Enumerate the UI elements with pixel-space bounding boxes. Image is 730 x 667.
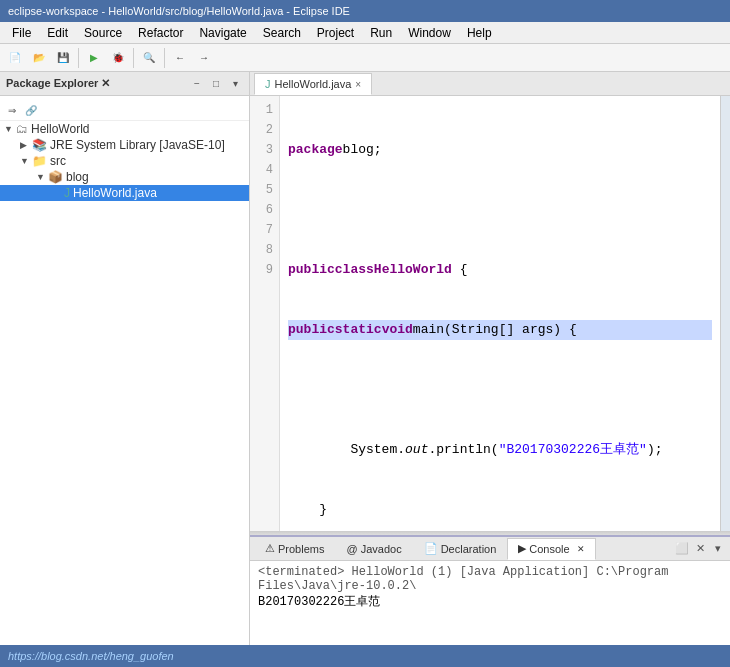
tree-blog[interactable]: ▼ 📦 blog <box>0 169 249 185</box>
menu-window[interactable]: Window <box>400 24 459 42</box>
tree-file[interactable]: J HelloWorld.java <box>0 185 249 201</box>
new-button[interactable]: 📄 <box>4 47 26 69</box>
declaration-label: Declaration <box>441 543 497 555</box>
code-line-1: package blog; <box>288 140 712 160</box>
sidebar-minimize-icon[interactable]: − <box>189 76 205 92</box>
tree-blog-label: blog <box>66 170 89 184</box>
problems-label: Problems <box>278 543 324 555</box>
save-button[interactable]: 💾 <box>52 47 74 69</box>
menu-search[interactable]: Search <box>255 24 309 42</box>
code-editor: 1 2 3 4 5 6 7 8 9 package blog; public c… <box>250 96 730 531</box>
tab-problems[interactable]: ⚠ Problems <box>254 538 335 560</box>
console-close-btn[interactable]: ✕ <box>692 541 708 557</box>
tree-project-label: HelloWorld <box>31 122 89 136</box>
menu-bar: File Edit Source Refactor Navigate Searc… <box>0 22 730 44</box>
tree-project[interactable]: ▼ 🗂 HelloWorld <box>0 121 249 137</box>
content-pane: J HelloWorld.java × 1 2 3 4 5 6 7 8 9 pa… <box>250 72 730 645</box>
code-content[interactable]: package blog; public class HelloWorld { … <box>280 96 720 531</box>
editor-tabs: J HelloWorld.java × <box>250 72 730 96</box>
sidebar: Package Explorer ✕ − □ ▾ ⇒ 🔗 ▼ 🗂 HelloWo… <box>0 72 250 645</box>
bottom-tabs: ⚠ Problems @ Javadoc 📄 Declaration ▶ Con… <box>250 537 730 561</box>
status-url: https://blog.csdn.net/heng_guofen <box>8 650 174 662</box>
toolbar-sep-1 <box>78 48 79 68</box>
status-bar: https://blog.csdn.net/heng_guofen <box>0 645 730 667</box>
sidebar-menu-icon[interactable]: ▾ <box>227 76 243 92</box>
problems-icon: ⚠ <box>265 542 275 555</box>
sidebar-content: ⇒ 🔗 ▼ 🗂 HelloWorld ▶ 📚 JRE System Librar… <box>0 96 249 645</box>
tab-close-icon[interactable]: × <box>355 79 361 90</box>
code-line-3: public class HelloWorld { <box>288 260 712 280</box>
menu-refactor[interactable]: Refactor <box>130 24 191 42</box>
toolbar: 📄 📂 💾 ▶ 🐞 🔍 ← → <box>0 44 730 72</box>
sidebar-collapse-all-icon[interactable]: ⇒ <box>4 102 20 118</box>
menu-edit[interactable]: Edit <box>39 24 76 42</box>
console-label: Console <box>529 543 569 555</box>
title-bar: eclipse-workspace - HelloWorld/src/blog/… <box>0 0 730 22</box>
editor-tab-helloworldjava[interactable]: J HelloWorld.java × <box>254 73 372 95</box>
sidebar-link-icon[interactable]: 🔗 <box>23 102 39 118</box>
console-minimize-icon[interactable]: ⬜ <box>674 541 690 557</box>
menu-project[interactable]: Project <box>309 24 362 42</box>
console-content: <terminated> HelloWorld (1) [Java Applic… <box>250 561 730 645</box>
sidebar-title: Package Explorer ✕ <box>6 77 110 90</box>
main-area: Package Explorer ✕ − □ ▾ ⇒ 🔗 ▼ 🗂 HelloWo… <box>0 72 730 645</box>
search-toolbar-button[interactable]: 🔍 <box>138 47 160 69</box>
menu-run[interactable]: Run <box>362 24 400 42</box>
console-close-icon: ✕ <box>577 544 585 554</box>
bottom-tab-actions: ⬜ ✕ ▾ <box>674 541 726 557</box>
code-line-5 <box>288 380 712 400</box>
toolbar-sep-2 <box>133 48 134 68</box>
console-output-line: B20170302226王卓范 <box>258 593 722 610</box>
tree-file-label: HelloWorld.java <box>73 186 157 200</box>
run-button[interactable]: ▶ <box>83 47 105 69</box>
declaration-icon: 📄 <box>424 542 438 555</box>
console-icon: ▶ <box>518 542 526 555</box>
sidebar-maximize-icon[interactable]: □ <box>208 76 224 92</box>
tree-src-label: src <box>50 154 66 168</box>
line-numbers: 1 2 3 4 5 6 7 8 9 <box>250 96 280 531</box>
menu-help[interactable]: Help <box>459 24 500 42</box>
tree-src[interactable]: ▼ 📁 src <box>0 153 249 169</box>
tab-console[interactable]: ▶ Console ✕ <box>507 538 595 560</box>
tab-declaration[interactable]: 📄 Declaration <box>413 538 508 560</box>
back-button[interactable]: ← <box>169 47 191 69</box>
sidebar-header: Package Explorer ✕ − □ ▾ <box>0 72 249 96</box>
title-text: eclipse-workspace - HelloWorld/src/blog/… <box>8 5 350 17</box>
code-line-6: System.out.println("B20170302226王卓范"); <box>288 440 712 460</box>
toolbar-sep-3 <box>164 48 165 68</box>
forward-button[interactable]: → <box>193 47 215 69</box>
console-terminated-line: <terminated> HelloWorld (1) [Java Applic… <box>258 565 722 593</box>
open-button[interactable]: 📂 <box>28 47 50 69</box>
sidebar-icons: − □ ▾ <box>189 76 243 92</box>
tree-jre-label: JRE System Library [JavaSE-10] <box>50 138 225 152</box>
tree-jre[interactable]: ▶ 📚 JRE System Library [JavaSE-10] <box>0 137 249 153</box>
tab-javadoc[interactable]: @ Javadoc <box>335 538 412 560</box>
menu-navigate[interactable]: Navigate <box>191 24 254 42</box>
javadoc-label: @ Javadoc <box>346 543 401 555</box>
menu-source[interactable]: Source <box>76 24 130 42</box>
editor-scrollbar[interactable] <box>720 96 730 531</box>
tab-java-icon: J <box>265 78 271 90</box>
tab-label: HelloWorld.java <box>275 78 352 90</box>
code-line-4: public static void main(String[] args) { <box>288 320 712 340</box>
menu-file[interactable]: File <box>4 24 39 42</box>
code-line-7: } <box>288 500 712 520</box>
console-more-icon[interactable]: ▾ <box>710 541 726 557</box>
debug-button[interactable]: 🐞 <box>107 47 129 69</box>
code-line-2 <box>288 200 712 220</box>
bottom-panel: ⚠ Problems @ Javadoc 📄 Declaration ▶ Con… <box>250 535 730 645</box>
